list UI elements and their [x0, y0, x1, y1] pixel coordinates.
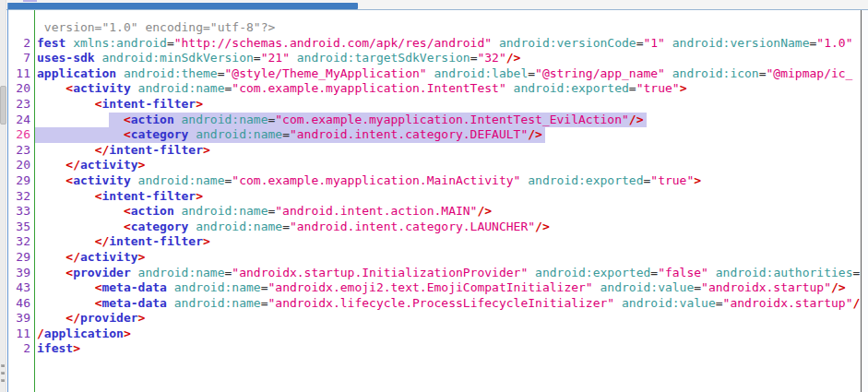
token-tag: activity: [80, 250, 138, 264]
token-br: />: [477, 204, 492, 218]
token-val: "1.0": [816, 36, 852, 50]
line-number: 2: [8, 341, 30, 357]
token-br: >: [196, 189, 203, 203]
token-plain: [174, 113, 182, 126]
token-attr: android:value: [622, 296, 716, 310]
code-text: </provider>: [30, 311, 861, 327]
token-val: "true": [650, 173, 694, 187]
token-plain: [37, 81, 65, 95]
token-val: "com.example.myapplication.IntentTest_Ev…: [275, 113, 629, 126]
token-eq: =: [852, 266, 860, 279]
token-plain: [65, 36, 73, 50]
token-br: <: [65, 81, 73, 95]
code-line[interactable]: 11application android:theme="@style/Them…: [8, 66, 861, 82]
token-tag: application: [37, 66, 116, 80]
line-number: 23: [8, 97, 30, 113]
code-line[interactable]: 29 </activity>: [8, 250, 861, 266]
code-line[interactable]: 43 <meta-data android:name="androidx.emo…: [8, 280, 861, 296]
token-attr: android:name: [174, 296, 261, 310]
token-plain: [37, 143, 95, 157]
token-val: "android.intent.category.DEFAULT": [290, 127, 528, 141]
code-line[interactable]: 32 </intent-filter>: [8, 234, 861, 250]
code-line[interactable]: 11/application>: [8, 327, 861, 342]
line-number: 20: [8, 81, 30, 97]
splitter-grip-dot[interactable]: [1, 372, 5, 374]
code-line[interactable]: 39 </provider>: [8, 311, 861, 327]
token-val: "androidx.startup.InitializationProvider…: [232, 266, 528, 279]
token-plain: [174, 204, 182, 218]
token-eq: =: [759, 66, 767, 80]
token-attr: android:authorities: [716, 266, 853, 279]
code-text: </activity>: [30, 158, 861, 173]
token-val: "com.example.myapplication.MainActivity": [232, 173, 520, 187]
token-br: >: [694, 173, 701, 187]
token-tag: action: [131, 204, 174, 218]
code-line[interactable]: version="1.0" encoding="utf-8"?>: [8, 20, 861, 36]
token-tag: intent-filter: [109, 143, 203, 157]
horizontal-scrollbar-thumb[interactable]: [7, 3, 358, 9]
code-line[interactable]: 32 <intent-filter>: [8, 189, 861, 205]
code-line[interactable]: 2fest xmlns:android="http://schemas.andr…: [8, 36, 861, 52]
code-line[interactable]: 46 <meta-data android:name="androidx.lif…: [8, 296, 861, 312]
token-br: >: [203, 143, 210, 157]
token-val: "android.intent.category.LAUNCHER": [290, 220, 535, 233]
token-br: <: [124, 220, 131, 233]
token-attr: android:versionCode: [499, 36, 636, 50]
token-br: >: [203, 234, 210, 248]
code-line[interactable]: 2ifest>: [8, 341, 861, 357]
code-line[interactable]: 7uses-sdk android:minSdkVersion="21" and…: [8, 51, 861, 66]
splitter-grip-dot[interactable]: [1, 379, 5, 382]
code-text: <meta-data android:name="androidx.emoji2…: [30, 280, 861, 296]
code-line[interactable]: 20 </activity>: [8, 158, 861, 173]
token-tag: intent-filter: [101, 189, 196, 203]
token-val: "androidx.lifecycle.ProcessLifecycleInit…: [268, 296, 614, 310]
token-tag: category: [131, 127, 189, 141]
code-line[interactable]: 23 <intent-filter>: [8, 97, 861, 113]
line-number: 29: [8, 173, 30, 189]
token-eq: =: [282, 220, 290, 233]
line-number: 29: [8, 250, 30, 266]
token-tag: category: [131, 220, 189, 233]
token-br: </: [65, 311, 80, 325]
token-plain: [665, 66, 672, 80]
code-line[interactable]: 29 <activity android:name="com.example.m…: [8, 173, 861, 189]
code-editor[interactable]: version="1.0" encoding="utf-8"?>2fest xm…: [8, 10, 861, 392]
token-br: </: [65, 158, 80, 172]
token-tag: intent-filter: [109, 234, 203, 248]
token-attr: android:exported: [528, 173, 643, 187]
code-line[interactable]: 39 <provider android:name="androidx.star…: [8, 266, 861, 281]
token-attr: android:value: [600, 280, 695, 294]
code-line[interactable]: 23 </intent-filter>: [8, 143, 861, 159]
token-br: <: [124, 127, 131, 141]
code-text: ifest>: [30, 341, 861, 357]
line-number: 32: [8, 189, 30, 205]
horizontal-scrollbar-track[interactable]: [0, 0, 868, 10]
token-tag: ifest: [37, 341, 73, 355]
code-line[interactable]: 26 <category android:name="android.inten…: [8, 127, 861, 143]
token-tag: action: [131, 113, 174, 126]
vertical-scrollbar-track[interactable]: [862, 10, 868, 392]
token-attr: android:versionName: [672, 36, 810, 50]
token-attr: android:icon: [672, 66, 759, 80]
token-tag: meta-data: [101, 296, 166, 310]
code-text: </intent-filter>: [30, 234, 861, 250]
left-scroll-strip-thumb[interactable]: [0, 86, 6, 125]
token-tag: activity: [73, 173, 131, 187]
line-number: 7: [8, 51, 30, 66]
code-line[interactable]: 35 <category android:name="android.inten…: [8, 220, 861, 235]
code-line[interactable]: 24 <action android:name="com.example.mya…: [8, 113, 861, 128]
token-br: >: [680, 81, 687, 95]
splitter-grip-dot[interactable]: [1, 364, 5, 367]
token-plain: [506, 81, 514, 95]
token-br: >: [138, 250, 146, 264]
token-val: "@mipmap/ic_: [767, 66, 853, 80]
code-lines[interactable]: version="1.0" encoding="utf-8"?>2fest xm…: [8, 20, 861, 357]
left-scroll-strip-track[interactable]: [0, 0, 6, 392]
token-br: >: [124, 327, 131, 340]
code-line[interactable]: 33 <action android:name="android.intent.…: [8, 204, 861, 220]
token-attr: android:name: [182, 113, 268, 126]
code-text: </activity>: [30, 250, 861, 266]
token-plain: [290, 51, 297, 65]
code-line[interactable]: 20 <activity android:name="com.example.m…: [8, 81, 861, 97]
token-attr: android:name: [138, 266, 225, 279]
